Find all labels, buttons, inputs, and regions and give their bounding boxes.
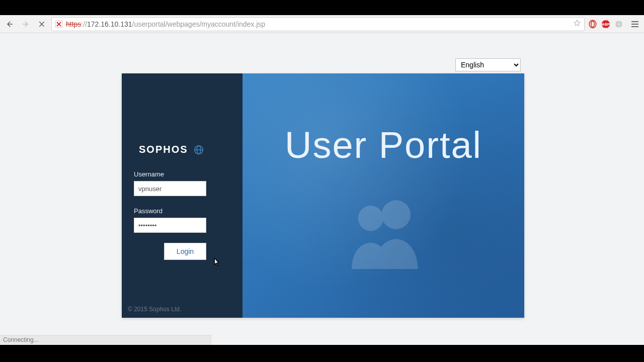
status-bar: Connecting...	[0, 335, 211, 345]
language-select[interactable]: English	[455, 58, 521, 71]
arrow-left-icon	[6, 20, 14, 28]
svg-point-2	[591, 21, 594, 27]
svg-text:ABP: ABP	[602, 22, 610, 27]
username-input[interactable]	[134, 181, 206, 196]
status-text: Connecting...	[3, 336, 39, 343]
hero-panel: User Portal	[243, 73, 524, 318]
stop-button[interactable]	[35, 18, 48, 31]
password-label: Password	[134, 207, 230, 215]
address-bar[interactable]: https://172.16.10.131/userportal/webpage…	[51, 17, 585, 31]
adblock-icon[interactable]: ABP	[601, 19, 611, 29]
ssl-warning-icon	[55, 20, 63, 28]
bookmark-star-icon[interactable]	[573, 19, 581, 29]
brand-word: SOPHOS	[139, 144, 188, 155]
svg-point-9	[358, 206, 383, 231]
users-silhouette-icon	[338, 195, 429, 273]
back-button[interactable]	[3, 18, 16, 31]
login-card: SOPHOS Username Password Login © 2015 So…	[122, 73, 524, 318]
hamburger-menu-icon[interactable]	[629, 18, 641, 30]
url-text: https://172.16.10.131/userportal/webpage…	[66, 20, 265, 28]
password-input[interactable]	[134, 218, 206, 233]
hero-title: User Portal	[243, 124, 524, 166]
browser-toolbar: https://172.16.10.131/userportal/webpage…	[0, 15, 644, 33]
login-panel: SOPHOS Username Password Login © 2015 So…	[122, 73, 243, 318]
username-label: Username	[134, 170, 230, 178]
svg-point-10	[381, 200, 411, 229]
page-viewport: English SOPHOS Username Password Login ©…	[0, 33, 644, 345]
close-icon	[38, 20, 46, 28]
arrow-right-icon	[22, 20, 30, 28]
globe-icon[interactable]	[614, 19, 624, 29]
opera-icon[interactable]	[588, 19, 598, 29]
brand-logo: SOPHOS	[139, 144, 230, 155]
forward-button[interactable]	[19, 18, 32, 31]
login-button[interactable]: Login	[164, 243, 206, 260]
brand-globe-icon	[193, 144, 204, 155]
copyright-text: © 2015 Sophos Ltd.	[128, 306, 181, 313]
